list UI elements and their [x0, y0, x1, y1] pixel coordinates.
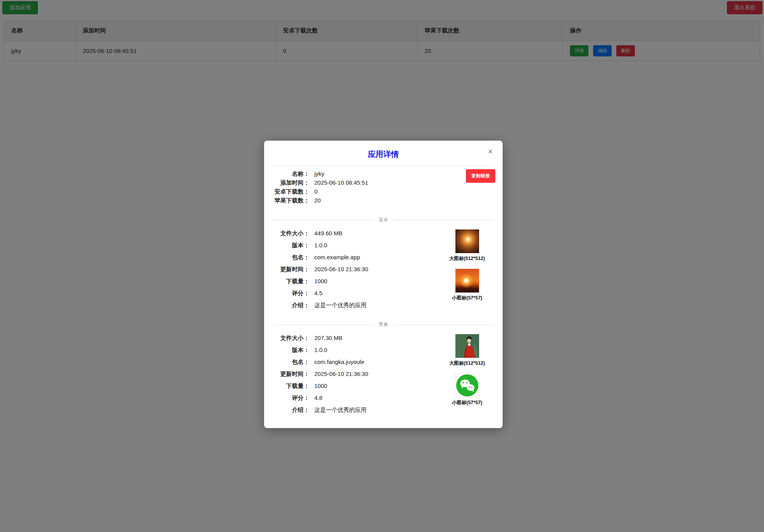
field-value: 1000 [314, 382, 327, 390]
field-label: 更新时间： [273, 370, 309, 378]
close-icon[interactable]: × [488, 148, 493, 155]
android-row-file-size: 文件大小： 449.60 MB [273, 229, 440, 238]
info-row-added-time: 添加时间： 2025-06-10 08:45:51 [273, 178, 494, 187]
info-row-android-downloads: 安卓下载数： 0 [273, 187, 494, 196]
field-label: 安卓下载数： [273, 187, 309, 196]
field-value: 这是一个优秀的应用 [314, 301, 367, 309]
ios-section-title: 苹果 [379, 321, 388, 328]
info-row-ios-downloads: 苹果下载数： 20 [273, 196, 494, 205]
field-value: 4.5 [314, 289, 322, 297]
modal-title: 应用详情 [273, 149, 494, 160]
field-label: 评分： [273, 394, 309, 402]
field-value: 449.60 MB [314, 229, 343, 238]
android-section-divider: 安卓 [273, 216, 494, 223]
field-value: 4.8 [314, 394, 322, 402]
android-row-version: 版本： 1.0.0 [273, 241, 440, 250]
android-row-rating: 评分： 4.5 [273, 289, 440, 297]
field-value: jyky [314, 170, 324, 178]
field-value: 2025-06-10 21:36:30 [314, 265, 368, 274]
field-label: 添加时间： [273, 178, 309, 187]
android-section: 文件大小： 449.60 MB 版本： 1.0.0 包名： com.exampl… [273, 229, 494, 313]
field-value: 207.30 MB [314, 334, 343, 342]
field-label: 介绍： [273, 301, 309, 309]
ios-row-version: 版本： 1.0.0 [273, 346, 440, 354]
field-label: 包名： [273, 253, 309, 262]
android-small-icon-label: 小图标(57*57) [452, 295, 483, 301]
field-label: 名称： [273, 170, 309, 178]
field-label: 版本： [273, 346, 309, 354]
field-label: 介绍： [273, 406, 309, 414]
android-row-description: 介绍： 这是一个优秀的应用 [273, 301, 440, 309]
field-value: 2025-06-10 21:36:30 [314, 370, 368, 378]
field-value: 1.0.0 [314, 241, 327, 250]
copy-link-button[interactable]: 复制链接 [466, 169, 495, 183]
field-label: 下载量： [273, 382, 309, 390]
field-value: 1.0.0 [314, 346, 327, 354]
basic-info-section: 复制链接 名称： jyky 添加时间： 2025-06-10 08:45:51 … [273, 166, 494, 205]
field-value: com.fangka.juyoule [314, 358, 364, 366]
ios-small-icon [455, 373, 479, 398]
field-label: 评分： [273, 289, 309, 297]
ios-section-divider: 苹果 [273, 321, 494, 328]
android-row-downloads: 下载量： 1000 [273, 277, 440, 286]
android-large-icon-label: 大图标(512*512) [449, 255, 485, 262]
ios-row-package: 包名： com.fangka.juyoule [273, 358, 440, 366]
field-value: 这是一个优秀的应用 [314, 406, 367, 414]
ios-section: 文件大小： 207.30 MB 版本： 1.0.0 包名： com.fangka… [273, 334, 494, 418]
field-value: 2025-06-10 08:45:51 [314, 178, 368, 187]
wechat-icon [455, 374, 479, 397]
field-label: 版本： [273, 241, 309, 250]
ios-row-file-size: 文件大小： 207.30 MB [273, 334, 440, 342]
ios-row-update-time: 更新时间： 2025-06-10 21:36:30 [273, 370, 440, 378]
woman-in-red-painting-icon [455, 334, 479, 358]
field-label: 文件大小： [273, 229, 309, 238]
field-label: 更新时间： [273, 265, 309, 274]
android-row-update-time: 更新时间： 2025-06-10 21:36:30 [273, 265, 440, 274]
field-label: 下载量： [273, 277, 309, 286]
field-value: 20 [314, 196, 321, 205]
android-large-icon [455, 229, 479, 253]
ios-large-icon [455, 334, 479, 358]
android-row-package: 包名： com.example.app [273, 253, 440, 262]
ios-row-downloads: 下载量： 1000 [273, 382, 440, 390]
info-row-name: 名称： jyky [273, 170, 494, 178]
ios-large-icon-label: 大图标(512*512) [449, 360, 485, 367]
android-section-title: 安卓 [379, 217, 388, 223]
app-detail-modal: × 应用详情 复制链接 名称： jyky 添加时间： 2025-06-10 08… [264, 141, 503, 428]
field-label: 文件大小： [273, 334, 309, 342]
ios-small-icon-label: 小图标(57*57) [452, 399, 483, 406]
field-label: 苹果下载数： [273, 196, 309, 205]
field-value: 0 [314, 187, 317, 196]
ios-row-description: 介绍： 这是一个优秀的应用 [273, 406, 440, 414]
ios-row-rating: 评分： 4.8 [273, 394, 440, 402]
field-value: 1000 [314, 277, 327, 286]
field-label: 包名： [273, 358, 309, 366]
android-small-icon [455, 269, 479, 293]
field-value: com.example.app [314, 253, 360, 262]
